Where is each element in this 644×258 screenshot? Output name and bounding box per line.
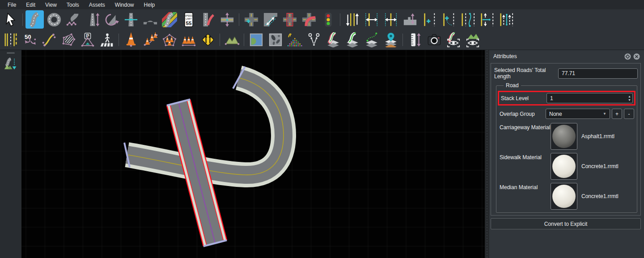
road-superelevation-tool[interactable] [102,10,121,29]
stack-level-spinner[interactable]: ▲ ▼ [628,94,631,102]
parking-tool[interactable]: P [78,30,97,49]
heightmap-icon [268,32,283,47]
lane-shape-icon [460,12,475,27]
crosswalk-tool[interactable] [97,30,116,49]
road-reference-tool[interactable] [343,30,361,49]
road-height-tool[interactable] [83,10,102,29]
lane-ramp-icon [200,12,216,27]
measure-tool[interactable] [406,30,424,49]
scene-export-icon [4,57,18,72]
aerial-icon [249,32,264,47]
scene-export-tool[interactable] [1,55,20,73]
road-plan-tool[interactable] [25,10,44,29]
road-plan-icon [27,12,42,27]
road-semantics-tool[interactable] [324,30,342,49]
bridge-span-tool[interactable] [141,10,159,29]
lane-add-tool[interactable] [420,10,438,29]
prop-curve-icon [143,32,158,47]
select-tool[interactable] [1,10,20,29]
attributes-panel-titlebar[interactable]: Attributes [489,50,644,63]
curb-profile-tool[interactable] [401,10,419,29]
lane-height-tool[interactable] [497,10,515,29]
lane-shape-tool[interactable] [458,10,477,29]
prop-span-tool[interactable] [179,30,198,49]
cross-section-tool[interactable] [122,10,140,29]
close-panel-icon[interactable] [633,53,640,60]
intersection-turn-tool[interactable] [300,10,318,29]
asset-pin-tool[interactable] [381,30,400,49]
road-offset-tool[interactable] [218,10,236,29]
sidebar-handle[interactable] [7,52,15,54]
sidewalk-material-thumbnail[interactable] [551,153,577,180]
attributes-content: Selected Roads' Total Length 77.71 Road … [491,63,641,216]
menu-tools[interactable]: Tools [62,1,84,9]
signal-sign-tool[interactable] [199,30,217,49]
median-material-label: Median Material [500,183,551,210]
menu-view[interactable]: View [40,1,62,9]
road-height-icon [85,12,100,27]
prop-curve-tool[interactable] [141,30,159,49]
lane-ramp-tool[interactable] [199,10,217,29]
overlap-group-add-button[interactable]: + [612,109,622,119]
overlap-group-dropdown[interactable]: None ▼ [546,109,610,119]
roundabout-tool[interactable] [45,10,63,29]
float-panel-icon[interactable] [624,53,631,60]
lane-height-icon [499,12,514,27]
scenario-tool[interactable] [305,30,323,49]
menu-edit[interactable]: Edit [21,1,40,9]
total-length-label: Selected Roads' Total Length [494,67,558,80]
point-cloud-tool[interactable] [285,30,304,49]
traffic-signal-tool[interactable] [319,10,337,29]
reference-curve-tool[interactable] [362,30,381,49]
chevron-down-icon: ▼ [603,112,606,116]
menu-assets[interactable]: Assets [84,1,110,9]
spinner-down-icon[interactable]: ▼ [628,99,631,102]
spinner-up-icon[interactable]: ▲ [628,95,631,98]
road-control-points-tool[interactable] [64,10,82,29]
carriageway-material-thumbnail[interactable] [551,123,577,150]
convert-to-explicit-button[interactable]: Convert to Explicit [491,218,641,229]
marking-curve-tool[interactable] [40,30,58,49]
carriageway-material-label: Carriageway Material [500,123,551,150]
median-material-thumbnail[interactable] [551,183,577,210]
scenario-icon [306,32,322,47]
road-visibility-toggle[interactable] [444,30,462,49]
overlap-group-label: Overlap Group [500,111,546,117]
marking-maneuver-tool[interactable]: 50 [21,30,39,49]
prop-point-tool[interactable] [122,30,140,49]
road-surface-tool[interactable] [160,10,178,29]
total-length-field[interactable]: 77.71 [558,68,638,79]
overlap-group-remove-button[interactable]: - [624,109,634,119]
terrain-visibility-toggle[interactable] [463,30,482,49]
stack-level-input[interactable]: 1 [547,93,633,103]
lane-taper-tool[interactable] [439,10,458,29]
lane-width-tool[interactable] [362,10,381,29]
menu-help[interactable]: Help [139,1,160,9]
stack-level-row-highlighted: Stack Level 1 ▲ ▼ [498,91,636,106]
sidewalk-material-label: Sidewalk Material [500,153,551,180]
lane-direction-tool[interactable] [343,10,361,29]
elevation-map-tool[interactable] [266,30,284,49]
marking-lane-tool[interactable] [1,30,20,49]
panel-splitter[interactable] [485,50,489,258]
junction-lanes-tool[interactable] [261,10,280,29]
lane-offset-tool[interactable] [381,10,400,29]
lane-connect-icon [479,12,495,27]
terrain-tool[interactable] [223,30,241,49]
camera-icon [427,32,442,47]
camera-tool[interactable] [425,30,443,49]
intersection-tool[interactable] [242,10,260,29]
menu-file[interactable]: File [3,1,21,9]
scene-canvas[interactable] [21,50,485,258]
toolbar-separator [119,34,119,46]
left-sidebar [0,50,21,258]
marking-polygon-tool[interactable] [59,30,77,49]
speed-limit-tool[interactable]: SPEEDLIMIT55 [179,10,198,29]
terrain-vis-icon [465,32,480,47]
aerial-image-tool[interactable] [247,30,265,49]
prop-polygon-tool[interactable] [160,30,178,49]
scene-viewport [21,50,485,258]
intersection-bounds-tool[interactable] [280,10,299,29]
lane-connect-tool[interactable] [478,10,496,29]
menu-window[interactable]: Window [110,1,139,9]
